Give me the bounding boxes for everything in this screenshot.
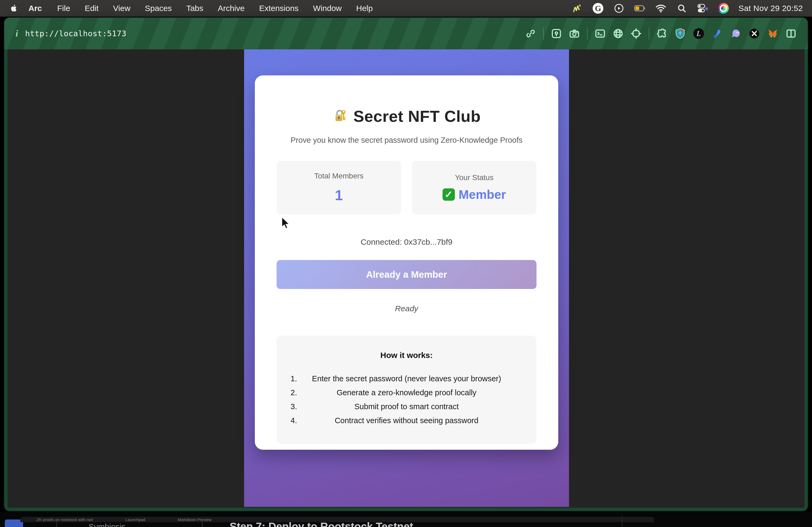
secret-nft-club-card: Secret NFT Club Prove you know the secre…	[255, 75, 558, 450]
copy-link-icon[interactable]	[525, 28, 536, 39]
background-windows-strip: ZK proofs on rootstock with noir Launchp…	[0, 512, 812, 527]
membership-status: ✓ Member	[443, 187, 506, 202]
toolbar-divider	[543, 27, 544, 40]
menu-window[interactable]: Window	[306, 4, 349, 13]
menu-extensions[interactable]: Extensions	[252, 4, 306, 13]
menu-arc[interactable]: Arc	[19, 4, 50, 13]
how-it-works-heading: How it works:	[277, 351, 536, 360]
macos-menu-bar: Arc File Edit View Spaces Tabs Archive E…	[0, 0, 812, 17]
mouse-cursor	[280, 216, 292, 230]
web-page-content: Secret NFT Club Prove you know the secre…	[8, 49, 804, 508]
menu-tabs[interactable]: Tabs	[179, 4, 211, 13]
phantom-wallet-icon[interactable]	[730, 28, 741, 39]
how-step-4: 4. Contract verifies without seeing pass…	[277, 413, 536, 427]
menu-edit[interactable]: Edit	[77, 4, 106, 13]
split-view-icon[interactable]	[786, 28, 796, 39]
how-step-2: 2. Generate a zero-knowledge proof local…	[277, 386, 536, 400]
background-pane-edge	[622, 516, 622, 527]
browser-toolbar: i http://localhost:5173	[4, 18, 808, 49]
total-members-card: Total Members 1	[277, 161, 401, 214]
x-extension-icon[interactable]	[749, 28, 760, 39]
how-step-1: 1. Enter the secret password (never leav…	[277, 372, 536, 386]
membership-status-text: Member	[459, 187, 506, 202]
lock-with-key-icon	[332, 108, 348, 125]
menu-bar-clock[interactable]: Sat Nov 29 20:52	[738, 4, 803, 13]
background-title-symbiosis[interactable]: Symbiosis	[89, 522, 126, 527]
divider	[56, 522, 57, 527]
activity-chart-icon[interactable]	[571, 3, 583, 14]
menu-bar-status-area: G Sat Nov 29 20:52	[571, 3, 812, 14]
apple-logo-icon[interactable]	[10, 3, 19, 14]
extensions-puzzle-icon[interactable]	[656, 28, 667, 39]
connected-wallet-text: Connected: 0x37cb...7bf9	[277, 238, 536, 246]
url-text[interactable]: http://localhost:5173	[25, 29, 126, 38]
battery-icon[interactable]	[634, 3, 646, 14]
your-status-card: Your Status ✓ Member	[412, 161, 536, 214]
how-step-3: 3. Submit proof to smart contract	[277, 400, 536, 413]
page-title-text: Secret NFT Club	[353, 107, 481, 125]
spotlight-search-icon[interactable]	[676, 3, 687, 14]
toolbar-actions: L	[525, 27, 796, 40]
control-center-icon[interactable]	[697, 3, 708, 14]
color-wheel-app-icon[interactable]	[718, 3, 729, 14]
toolbar-divider	[649, 27, 649, 40]
how-it-works-box: How it works: 1. Enter the secret passwo…	[277, 336, 536, 444]
status-ready-text: Ready	[277, 304, 536, 313]
script-l-extension-icon[interactable]: L	[693, 28, 704, 39]
app-gradient-background: Secret NFT Club Prove you know the secre…	[244, 49, 569, 507]
page-title: Secret NFT Club	[277, 107, 536, 125]
camera-icon[interactable]	[569, 28, 580, 39]
your-status-label: Your Status	[455, 174, 494, 182]
metamask-fox-icon[interactable]	[767, 28, 779, 39]
menu-spaces[interactable]: Spaces	[138, 4, 179, 13]
background-tab-title: Markdown Preview	[177, 517, 212, 522]
globe-icon[interactable]	[613, 28, 624, 39]
already-a-member-button[interactable]: Already a Member	[277, 260, 536, 289]
menu-archive[interactable]: Archive	[211, 4, 252, 13]
total-members-value: 1	[335, 187, 343, 204]
toolbar-divider	[587, 27, 588, 40]
divider	[202, 522, 202, 527]
green-check-icon: ✓	[443, 189, 455, 201]
play-circle-icon[interactable]	[613, 3, 625, 14]
background-title-step7[interactable]: Step 7: Deploy to Rootstock Testnet	[230, 521, 413, 527]
total-members-label: Total Members	[314, 172, 364, 180]
menu-bar-left: Arc File Edit View Spaces Tabs Archive E…	[0, 3, 380, 14]
how-it-works-list: 1. Enter the secret password (never leav…	[277, 372, 536, 427]
background-window-titles: Symbiosis Step 7: Deploy to Rootstock Te…	[0, 522, 812, 527]
arc-browser-window: i http://localhost:5173	[4, 17, 808, 511]
shield-extension-icon[interactable]	[675, 28, 686, 39]
rabbit-extension-icon[interactable]	[712, 28, 723, 39]
menu-view[interactable]: View	[106, 4, 137, 13]
background-tab-title: Launchpad	[126, 517, 145, 522]
menu-file[interactable]: File	[50, 4, 77, 13]
address-bar[interactable]: i http://localhost:5173	[16, 28, 127, 39]
menu-help[interactable]: Help	[349, 4, 380, 13]
crosshair-icon[interactable]	[631, 28, 641, 39]
grammarly-icon[interactable]: G	[592, 3, 604, 14]
site-info-icon[interactable]: i	[16, 28, 18, 39]
terminal-icon[interactable]	[595, 28, 606, 39]
background-tab-title: ZK proofs on rootstock with noir	[37, 517, 93, 522]
wifi-icon[interactable]	[655, 3, 666, 14]
boost-icon[interactable]	[551, 28, 562, 39]
stats-row: Total Members 1 Your Status ✓ Member	[277, 161, 536, 214]
page-subtitle: Prove you know the secret password using…	[277, 136, 536, 145]
